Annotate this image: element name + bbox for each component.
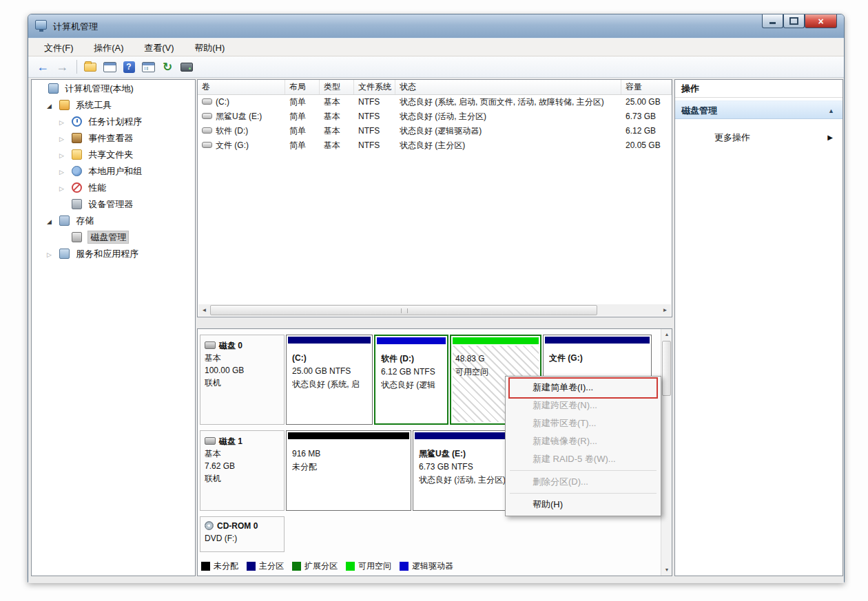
performance-icon (72, 182, 82, 193)
toolbar: ← → ? ↻ (28, 56, 844, 78)
harddisk-icon (205, 437, 216, 445)
expander-closed-icon[interactable]: ▷ (59, 180, 69, 197)
computer-management-window: 计算机管理 × 文件(F) 操作(A) 查看(V) 帮助(H) ← → ? ↻ (28, 14, 845, 582)
volume-list-header: 卷 布局 类型 文件系统 状态 容量 (198, 80, 672, 95)
forward-icon: → (56, 60, 68, 74)
volume-row-e[interactable]: 黑鲨U盘 (E:) 简单 基本 NTFS 状态良好 (活动, 主分区) 6.73… (198, 109, 672, 124)
tree-item-services-applications[interactable]: ▷ 服务和应用程序 (32, 245, 195, 262)
services-icon (59, 249, 70, 259)
partition-color-bar (377, 337, 446, 344)
help-icon: ? (123, 61, 135, 73)
volume-icon (202, 98, 212, 105)
app-icon (35, 20, 47, 30)
highlight-annotation (508, 377, 658, 399)
collapse-icon[interactable]: ▲ (828, 102, 834, 120)
cdrom-label[interactable]: CD-ROM 0 DVD (F:) (200, 516, 285, 552)
menu-action[interactable]: 操作(A) (85, 39, 132, 56)
show-console-tree-button[interactable] (139, 59, 157, 75)
expander-closed-icon[interactable]: ▷ (59, 164, 69, 180)
system-tools-icon (59, 100, 70, 110)
tree-item-local-users-groups[interactable]: ▷ 本地用户和组 (32, 162, 195, 179)
desktop: 计算机管理 × 文件(F) 操作(A) 查看(V) 帮助(H) ← → ? ↻ (0, 0, 868, 601)
partition-d[interactable]: 软件 (D:) 6.12 GB NTFS 状态良好 (逻辑 (374, 335, 448, 425)
disk-properties-button[interactable] (178, 59, 196, 75)
disk0-label[interactable]: 磁盘 0 基本 100.00 GB 联机 (200, 335, 285, 425)
users-icon (72, 166, 82, 176)
tree-item-task-scheduler[interactable]: ▷ 任务计划程序 (32, 113, 195, 129)
back-button[interactable]: ← (34, 59, 52, 75)
console-window-icon (103, 62, 116, 72)
close-icon: × (818, 16, 823, 27)
legend: 未分配 主分区 扩展分区 可用空间 逻辑驱动器 (201, 559, 462, 573)
partition-c[interactable]: (C:) 25.00 GB NTFS 状态良好 (系统, 启 (286, 335, 373, 425)
context-menu: 新建简单卷(I)... 新建跨区卷(N)... 新建带区卷(T)... 新建镜像… (505, 376, 661, 516)
menu-item-help[interactable]: 帮助(H) (506, 496, 661, 514)
column-header-filesystem[interactable]: 文件系统 (354, 80, 395, 94)
tree-item-disk-management[interactable]: 磁盘管理 (32, 229, 195, 245)
partition-color-bar (288, 432, 409, 439)
expander-closed-icon[interactable]: ▷ (59, 114, 69, 131)
expander-open-icon[interactable]: ◢ (47, 98, 56, 114)
scroll-down-icon[interactable]: ▼ (661, 565, 672, 576)
tree-item-device-manager[interactable]: 设备管理器 (32, 196, 195, 212)
close-button[interactable]: × (805, 14, 837, 28)
console-window-button[interactable] (101, 59, 118, 75)
menu-item-new-spanned-volume: 新建跨区卷(N)... (506, 397, 661, 414)
export-list-button[interactable] (81, 59, 99, 75)
expander-open-icon[interactable]: ◢ (47, 213, 56, 230)
column-header-type[interactable]: 类型 (320, 80, 354, 94)
scrollbar-thumb[interactable] (662, 341, 671, 396)
selected-tree-item: 磁盘管理 (88, 231, 128, 243)
scroll-left-icon[interactable]: ◄ (198, 304, 210, 316)
legend-extended: 扩展分区 (292, 560, 338, 572)
volume-row-c[interactable]: (C:) 简单 基本 NTFS 状态良好 (系统, 启动, 页面文件, 活动, … (198, 95, 672, 109)
disk1-label[interactable]: 磁盘 1 基本 7.62 GB 联机 (200, 430, 285, 511)
tree-item-system-tools[interactable]: ◢ 系统工具 (32, 96, 195, 113)
refresh-button[interactable]: ↻ (158, 59, 176, 75)
partition-color-bar (545, 337, 650, 344)
tree-item-performance[interactable]: ▷ 性能 (32, 179, 195, 196)
window-controls: × (762, 14, 837, 28)
storage-icon (59, 215, 70, 226)
tree-item-storage[interactable]: ◢ 存储 (32, 212, 195, 229)
scroll-right-icon[interactable]: ► (659, 304, 671, 316)
expander-closed-icon[interactable]: ▷ (59, 131, 69, 147)
scrollbar-thumb[interactable] (210, 305, 597, 315)
menu-help[interactable]: 帮助(H) (185, 39, 234, 56)
tree-item-shared-folders[interactable]: ▷ 共享文件夹 (32, 146, 195, 162)
column-header-layout[interactable]: 布局 (285, 80, 320, 94)
horizontal-scrollbar[interactable]: ◄ ► (198, 304, 671, 316)
tree-item-computer-management[interactable]: 计算机管理(本地) (32, 80, 195, 96)
device-manager-icon (72, 199, 82, 209)
partition-color-bar (288, 337, 371, 344)
actions-section-disk-management[interactable]: 磁盘管理 ▲ (675, 101, 843, 119)
expander-closed-icon[interactable]: ▷ (59, 147, 69, 164)
volume-row-g[interactable]: 文件 (G:) 简单 基本 NTFS 状态良好 (主分区) 20.05 GB (198, 138, 672, 153)
titlebar[interactable]: 计算机管理 × (28, 14, 844, 38)
more-actions-item[interactable]: 更多操作 ▶ (675, 129, 843, 147)
submenu-arrow-icon: ▶ (827, 129, 833, 147)
scroll-up-icon[interactable]: ▲ (661, 329, 672, 340)
folder-icon (84, 63, 96, 72)
menu-file[interactable]: 文件(F) (35, 39, 83, 56)
help-button[interactable]: ? (120, 59, 138, 75)
column-header-capacity[interactable]: 容量 (621, 80, 672, 94)
forward-button[interactable]: → (53, 59, 71, 75)
volume-list: 卷 布局 类型 文件系统 状态 容量 (C:) 简单 基本 NTFS 状态良好 … (197, 79, 672, 317)
menu-view[interactable]: 查看(V) (135, 39, 183, 56)
volume-row-d[interactable]: 软件 (D:) 简单 基本 NTFS 状态良好 (逻辑驱动器) 6.12 GB (198, 124, 672, 138)
menu-item-delete-partition: 删除分区(D)... (506, 473, 661, 491)
actions-panel: 操作 磁盘管理 ▲ 更多操作 ▶ (674, 79, 843, 576)
task-scheduler-icon (72, 116, 82, 127)
unallocated-region[interactable]: 916 MB 未分配 (286, 430, 411, 511)
tree-item-event-viewer[interactable]: ▷ 事件查看器 (32, 129, 195, 146)
maximize-button[interactable] (783, 14, 805, 28)
expander-closed-icon[interactable]: ▷ (47, 246, 56, 263)
menu-item-new-raid5-volume: 新建 RAID-5 卷(W)... (506, 450, 661, 468)
column-header-status[interactable]: 状态 (395, 80, 621, 94)
column-header-volume[interactable]: 卷 (198, 80, 285, 94)
minimize-button[interactable] (762, 14, 783, 28)
legend-swatch (292, 562, 301, 571)
legend-swatch (400, 562, 409, 571)
vertical-scrollbar[interactable]: ▲ ▼ (661, 329, 672, 576)
